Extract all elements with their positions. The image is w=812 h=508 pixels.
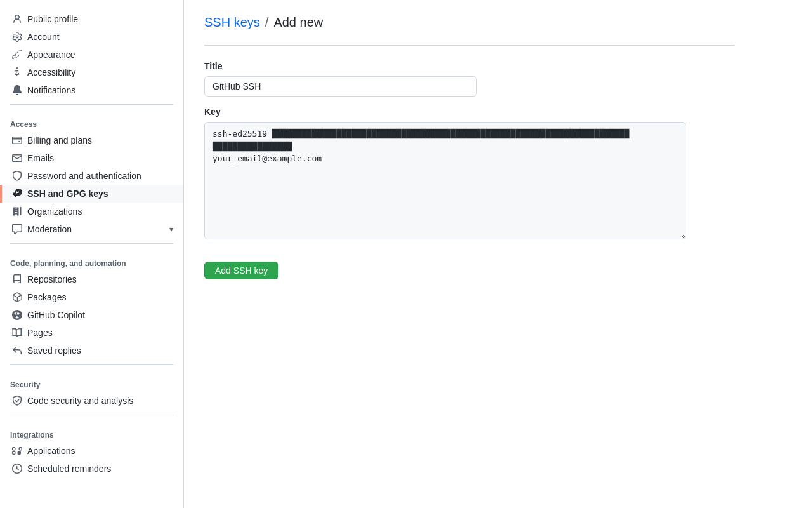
sidebar-item-label: Public profile (27, 14, 78, 24)
sidebar-item-label: Moderation (27, 224, 72, 234)
sidebar-item-label: Scheduled reminders (27, 464, 111, 474)
integrations-section-label: Integrations (0, 420, 183, 442)
sidebar-item-copilot[interactable]: GitHub Copilot (0, 306, 183, 324)
sidebar-item-label: Appearance (27, 50, 75, 60)
sidebar-item-public-profile[interactable]: Public profile (0, 10, 183, 28)
breadcrumb-current: Add new (273, 15, 323, 30)
pages-icon (12, 328, 22, 338)
copilot-icon (12, 310, 22, 320)
sidebar-item-accessibility[interactable]: Accessibility (0, 64, 183, 81)
shield-check-icon (12, 396, 22, 406)
sidebar-item-label: Packages (27, 292, 66, 302)
sidebar-item-label: Pages (27, 328, 53, 338)
breadcrumb: SSH keys / Add new (204, 15, 735, 30)
chevron-down-icon: ▾ (169, 225, 173, 234)
breadcrumb-ssh-keys-link[interactable]: SSH keys (204, 15, 260, 30)
sidebar-item-label: GitHub Copilot (27, 310, 85, 320)
sidebar-item-label: Saved replies (27, 345, 81, 356)
clock-icon (12, 464, 22, 474)
title-group: Title (204, 61, 735, 97)
person-icon (12, 14, 22, 24)
sidebar-item-label: Repositories (27, 274, 77, 284)
sidebar-top-section: Public profile Account Appearance (0, 10, 183, 99)
gear-icon (12, 32, 22, 42)
key-icon (12, 189, 22, 199)
title-label: Title (204, 61, 735, 71)
shield-icon (12, 171, 22, 181)
sidebar-item-label: Password and authentication (27, 171, 141, 181)
package-icon (12, 292, 22, 302)
sidebar-divider-2 (10, 243, 173, 244)
sidebar-item-repositories[interactable]: Repositories (0, 271, 183, 288)
sidebar-item-scheduled-reminders[interactable]: Scheduled reminders (0, 460, 183, 478)
sidebar-item-moderation[interactable]: Moderation ▾ (0, 220, 183, 238)
access-section-label: Access (0, 110, 183, 131)
sidebar-divider-1 (10, 104, 173, 105)
breadcrumb-separator: / (265, 15, 269, 30)
title-input[interactable] (204, 76, 477, 97)
apps-icon (12, 446, 22, 456)
sidebar-divider-4 (10, 415, 173, 415)
sidebar-item-label: SSH and GPG keys (27, 189, 108, 199)
sidebar-item-code-security[interactable]: Code security and analysis (0, 392, 183, 410)
sidebar-divider-3 (10, 364, 173, 365)
main-content: SSH keys / Add new Title Key ssh-ed25519… (184, 0, 755, 508)
bell-icon (12, 85, 22, 95)
sidebar-item-ssh-gpg[interactable]: SSH and GPG keys (0, 185, 183, 203)
key-textarea[interactable]: ssh-ed25519 ████████████████████████████… (204, 122, 686, 239)
mail-icon (12, 153, 22, 163)
sidebar-item-label: Account (27, 32, 60, 42)
paintbrush-icon (12, 50, 22, 60)
key-group: Key ssh-ed25519 ████████████████████████… (204, 107, 735, 241)
accessibility-icon (12, 67, 22, 77)
sidebar-item-label: Emails (27, 153, 54, 163)
sidebar-item-label: Organizations (27, 206, 82, 217)
creditcard-icon (12, 135, 22, 145)
sidebar-item-label: Accessibility (27, 67, 75, 77)
report-icon (12, 224, 22, 234)
sidebar-item-organizations[interactable]: Organizations (0, 203, 183, 220)
code-section-label: Code, planning, and automation (0, 249, 183, 271)
sidebar-item-saved-replies[interactable]: Saved replies (0, 342, 183, 359)
header-divider (204, 45, 735, 46)
sidebar: Public profile Account Appearance (0, 0, 184, 508)
sidebar-item-packages[interactable]: Packages (0, 288, 183, 306)
reply-icon (12, 345, 22, 356)
org-icon (12, 206, 22, 217)
sidebar-item-label: Notifications (27, 85, 75, 95)
key-label: Key (204, 107, 735, 117)
security-section-label: Security (0, 370, 183, 392)
sidebar-item-appearance[interactable]: Appearance (0, 46, 183, 64)
sidebar-item-password[interactable]: Password and authentication (0, 167, 183, 185)
sidebar-item-label: Code security and analysis (27, 396, 133, 406)
sidebar-item-emails[interactable]: Emails (0, 149, 183, 167)
sidebar-item-label: Applications (27, 446, 75, 456)
sidebar-item-account[interactable]: Account (0, 28, 183, 46)
repo-icon (12, 274, 22, 284)
sidebar-item-notifications[interactable]: Notifications (0, 81, 183, 99)
sidebar-item-pages[interactable]: Pages (0, 324, 183, 342)
sidebar-item-label: Billing and plans (27, 135, 92, 145)
sidebar-item-billing[interactable]: Billing and plans (0, 131, 183, 149)
add-ssh-button[interactable]: Add SSH key (204, 262, 278, 279)
sidebar-item-applications[interactable]: Applications (0, 442, 183, 460)
